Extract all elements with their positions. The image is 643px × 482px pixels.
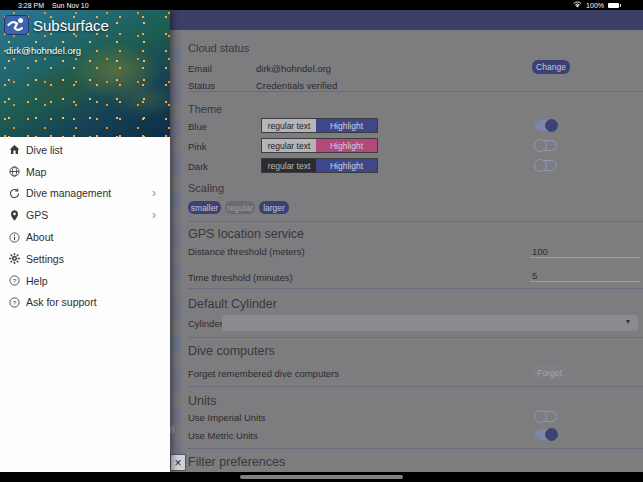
theme-dark-toggle[interactable] [535,160,557,171]
location-pin-icon [8,209,21,222]
wifi-icon [573,1,582,9]
dive-computers-heading: Dive computers [188,344,275,358]
status-time-date: 3:28 PM Sun Nov 10 [18,2,95,9]
screen: 3:28 PM Sun Nov 10 100% s)) Cloud status… [0,0,643,482]
menu-label: Dive list [26,144,63,156]
menu-item-help[interactable]: ? Help [0,270,170,292]
theme-pink-toggle[interactable] [535,140,557,151]
input-underline [530,257,640,258]
chevron-right-icon: › [152,208,156,222]
theme-blue-label: Blue [188,121,207,132]
status-time: 3:28 PM [18,2,44,9]
home-indicator[interactable] [240,475,403,479]
scaling-regular-button[interactable]: regular [225,201,255,214]
default-cylinder-heading: Default Cylinder [188,297,277,311]
theme-heading: Theme [188,103,222,115]
edge-strip [170,30,181,472]
cylinder-label: Cylinder: [188,318,226,329]
cloud-status-heading: Cloud status [188,42,249,54]
chevron-right-icon: › [152,186,156,200]
theme-blue-highlight-sample: Highlight [316,119,377,132]
filter-preferences-heading: Filter preferences [188,455,285,469]
globe-icon [8,165,21,178]
theme-blue-preview: regular text Highlight [261,118,378,133]
menu-label: About [26,231,53,243]
time-threshold-value: 5 [532,270,537,281]
cylinder-dropdown[interactable]: ▾ [222,315,638,331]
divider [188,91,643,92]
toggle-knob [545,119,558,132]
home-icon [8,143,21,156]
forget-button[interactable]: Forget [532,365,567,380]
toggle-knob [534,139,547,152]
nav-drawer: Subsurface dirk@hohndel.org Dive list Ma… [0,10,170,472]
imperial-units-label: Use Imperial Units [188,412,266,423]
menu-item-about[interactable]: About [0,226,170,248]
theme-pink-label: Pink [188,141,206,152]
help-circle-icon: ? [8,296,21,309]
menu-item-map[interactable]: Map [0,161,170,183]
menu-label: Help [26,275,48,287]
theme-dark-label: Dark [188,161,208,172]
status-indicators: 100% [573,1,619,9]
settings-page: s)) Cloud status Email dirk@hohndel.org … [170,10,643,472]
units-heading: Units [188,394,216,408]
info-icon [8,231,21,244]
metric-units-toggle[interactable] [535,429,557,440]
sync-icon [8,187,21,200]
scaling-larger-button[interactable]: larger [259,201,289,214]
imperial-units-toggle[interactable] [535,411,557,422]
close-button[interactable]: × [170,454,186,471]
menu-label: Dive management [26,187,111,199]
dropdown-arrow-icon: ▾ [626,317,630,326]
theme-dark-regular-sample: regular text [262,159,316,172]
subsurface-logo [4,15,29,35]
divider [188,448,643,449]
menu-label: Settings [26,253,64,265]
app-title: Subsurface [33,17,109,34]
theme-pink-highlight-sample: Highlight [316,139,377,152]
status-value: Credentials verified [256,80,337,91]
menu-item-ask-for-support[interactable]: ? Ask for support [0,292,170,314]
scaling-heading: Scaling [188,182,224,194]
battery-percent: 100% [586,2,604,9]
menu-item-settings[interactable]: Settings [0,248,170,270]
toggle-knob [534,410,547,423]
toggle-knob [534,159,547,172]
svg-text:?: ? [13,299,17,306]
drawer-header: Subsurface dirk@hohndel.org [0,10,170,137]
theme-pink-regular-sample: regular text [262,139,316,152]
divider [188,386,643,387]
change-email-button[interactable]: Change [532,60,570,74]
email-label: Email [188,63,212,74]
gps-service-heading: GPS location service [188,227,304,241]
menu-label: Ask for support [26,296,97,308]
status-date: Sun Nov 10 [52,2,89,9]
forget-computers-label: Forget remembered dive computers [188,368,339,379]
divider [188,221,643,222]
theme-dark-preview: regular text Highlight [261,158,378,173]
menu-item-dive-management[interactable]: Dive management › [0,183,170,205]
toggle-knob [545,428,558,441]
status-label: Status [188,80,215,91]
bottom-bar [0,472,643,482]
divider [188,337,643,338]
drawer-menu: Dive list Map Dive management › GPS › Ab… [0,139,170,313]
distance-threshold-value: 100 [532,246,548,257]
input-underline [530,281,640,282]
time-threshold-label: Time threshold (minutes) [188,272,293,283]
status-bar: 3:28 PM Sun Nov 10 100% [0,0,643,10]
battery-icon [608,3,619,8]
theme-pink-preview: regular text Highlight [261,138,378,153]
scaling-smaller-button[interactable]: smaller [188,201,221,214]
menu-item-dive-list[interactable]: Dive list [0,139,170,161]
help-circle-icon: ? [8,274,21,287]
menu-label: Map [26,166,46,178]
menu-label: GPS [26,209,48,221]
theme-blue-toggle[interactable] [535,120,557,131]
svg-text:?: ? [13,277,17,284]
theme-dark-highlight-sample: Highlight [316,159,377,172]
distance-threshold-label: Distance threshold (meters) [188,246,305,257]
account-email: dirk@hohndel.org [6,45,81,56]
menu-item-gps[interactable]: GPS › [0,204,170,226]
